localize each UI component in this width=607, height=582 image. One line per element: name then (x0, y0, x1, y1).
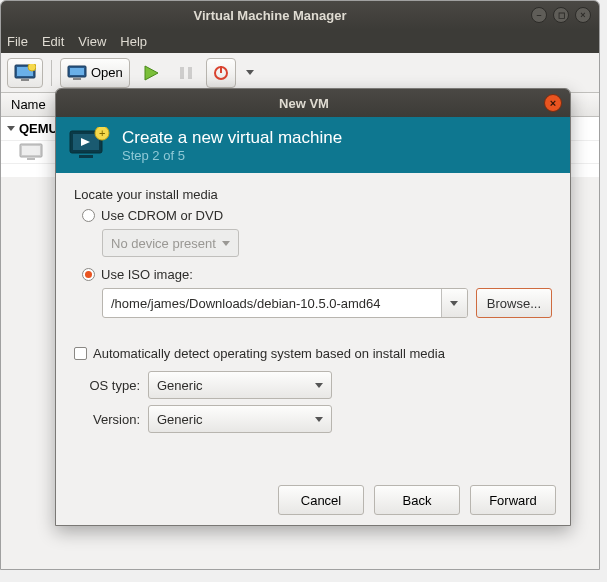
device-dropdown-text: No device present (111, 236, 216, 251)
chevron-down-icon (315, 383, 323, 388)
maximize-button[interactable]: ◻ (553, 7, 569, 23)
iso-path-combo[interactable]: /home/james/Downloads/debian-10.5.0-amd6… (102, 288, 468, 318)
new-vm-button[interactable] (7, 58, 43, 88)
svg-text:+: + (99, 127, 105, 139)
dialog-titlebar[interactable]: New VM × (56, 89, 570, 117)
dialog-footer: Cancel Back Forward (56, 475, 570, 525)
back-button[interactable]: Back (374, 485, 460, 515)
svg-rect-2 (21, 79, 29, 81)
autodetect-label: Automatically detect operating system ba… (93, 346, 445, 361)
chevron-down-icon (246, 70, 254, 75)
os-type-value: Generic (157, 378, 203, 393)
create-vm-icon: + (68, 127, 110, 163)
version-select[interactable]: Generic (148, 405, 332, 433)
svg-rect-14 (27, 158, 35, 160)
close-button[interactable]: × (575, 7, 591, 23)
svg-rect-9 (188, 67, 192, 79)
pause-button[interactable] (172, 58, 200, 88)
cdrom-device-block: No device present (102, 229, 552, 257)
run-button[interactable] (136, 58, 166, 88)
open-button[interactable]: Open (60, 58, 130, 88)
radio-cdrom[interactable] (82, 209, 95, 222)
menu-view[interactable]: View (78, 34, 106, 49)
device-dropdown: No device present (102, 229, 239, 257)
dialog-header: + Create a new virtual machine Step 2 of… (56, 117, 570, 173)
svg-rect-13 (22, 146, 40, 155)
monitor-new-icon (14, 64, 36, 82)
chevron-down-icon (222, 241, 230, 246)
svg-rect-8 (180, 67, 184, 79)
shutdown-button[interactable] (206, 58, 236, 88)
autodetect-row[interactable]: Automatically detect operating system ba… (74, 346, 552, 361)
power-icon (213, 65, 229, 81)
new-vm-dialog: New VM × + Create a new virtual machine … (55, 88, 571, 526)
pause-icon (178, 65, 194, 81)
version-label: Version: (74, 412, 140, 427)
radio-iso-label: Use ISO image: (101, 267, 193, 282)
dialog-body: Locate your install media Use CDROM or D… (56, 173, 570, 449)
toolbar: Open (1, 53, 599, 93)
svg-rect-18 (79, 155, 93, 158)
cancel-button[interactable]: Cancel (278, 485, 364, 515)
monitor-small-icon (19, 143, 43, 161)
play-icon (142, 64, 160, 82)
chevron-down-icon (450, 301, 458, 306)
browse-button[interactable]: Browse... (476, 288, 552, 318)
dialog-title: New VM (64, 96, 544, 111)
svg-marker-7 (145, 66, 158, 80)
radio-iso[interactable] (82, 268, 95, 281)
iso-path-value[interactable]: /home/james/Downloads/debian-10.5.0-amd6… (103, 289, 441, 317)
dialog-step-label: Step 2 of 5 (122, 148, 342, 163)
toolbar-separator (51, 60, 52, 86)
menubar: File Edit View Help (1, 29, 599, 53)
chevron-down-icon (315, 417, 323, 422)
forward-button[interactable]: Forward (470, 485, 556, 515)
tree-group-label: QEMU (19, 121, 58, 136)
svg-rect-5 (70, 68, 84, 75)
open-label: Open (91, 65, 123, 80)
radio-cdrom-row[interactable]: Use CDROM or DVD (82, 208, 552, 223)
expand-icon (7, 126, 15, 131)
window-controls: – ◻ × (531, 7, 591, 23)
radio-iso-row[interactable]: Use ISO image: (82, 267, 552, 282)
minimize-button[interactable]: – (531, 7, 547, 23)
svg-rect-6 (73, 78, 81, 80)
dialog-header-title: Create a new virtual machine (122, 128, 342, 148)
column-name[interactable]: Name (7, 97, 50, 112)
version-row: Version: Generic (74, 405, 552, 433)
os-type-label: OS type: (74, 378, 140, 393)
locate-media-label: Locate your install media (74, 187, 552, 202)
main-titlebar: Virtual Machine Manager – ◻ × (1, 1, 599, 29)
radio-cdrom-label: Use CDROM or DVD (101, 208, 223, 223)
os-type-select[interactable]: Generic (148, 371, 332, 399)
dialog-header-titles: Create a new virtual machine Step 2 of 5 (122, 128, 342, 163)
svg-point-3 (28, 64, 36, 71)
shutdown-menu-button[interactable] (242, 58, 258, 88)
dialog-close-button[interactable]: × (544, 94, 562, 112)
os-type-row: OS type: Generic (74, 371, 552, 399)
monitor-icon (67, 65, 87, 81)
version-value: Generic (157, 412, 203, 427)
menu-edit[interactable]: Edit (42, 34, 64, 49)
menu-file[interactable]: File (7, 34, 28, 49)
autodetect-checkbox[interactable] (74, 347, 87, 360)
iso-row: /home/james/Downloads/debian-10.5.0-amd6… (102, 288, 552, 318)
main-title: Virtual Machine Manager (9, 8, 531, 23)
iso-path-dropdown-button[interactable] (441, 289, 467, 317)
menu-help[interactable]: Help (120, 34, 147, 49)
